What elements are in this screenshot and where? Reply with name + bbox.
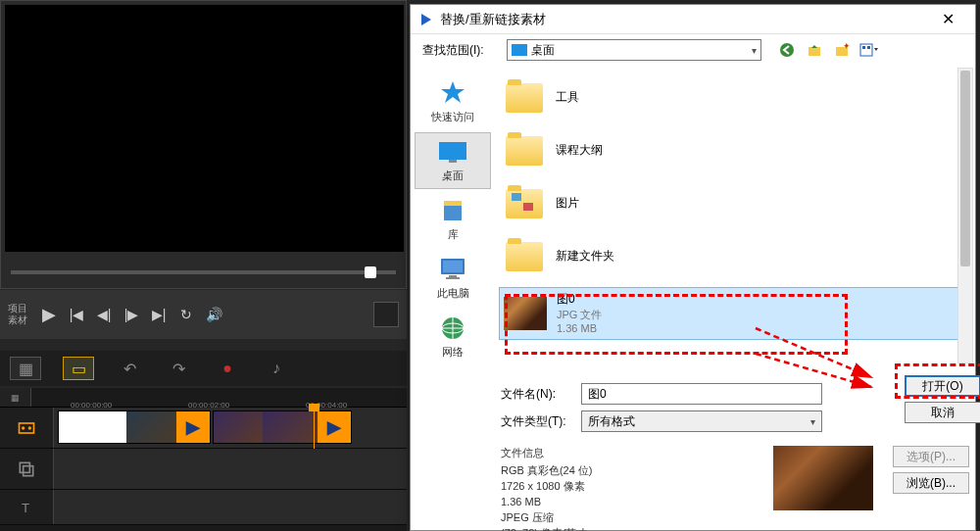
cancel-button[interactable]: 取消 (905, 402, 980, 423)
view-menu-icon[interactable] (859, 40, 879, 60)
file-item-folder[interactable]: 新建文件夹 (499, 230, 965, 283)
svg-text:T: T (22, 501, 29, 515)
file-dialog: 替换/重新链接素材 ✕ 查找范围(I): 桌面 ▾ ✦ 快速访问 桌面 (410, 4, 976, 531)
info-line: JPEG 压缩 (501, 510, 594, 526)
open-button[interactable]: 打开(O) (905, 375, 980, 397)
prev-frame-button[interactable]: ◀| (92, 303, 116, 326)
timeline-clip[interactable]: ▶ (58, 410, 211, 444)
sidebar-quickaccess[interactable]: 快速访问 (415, 73, 491, 130)
file-item-folder[interactable]: 图片 (499, 177, 965, 230)
up-folder-icon[interactable] (805, 40, 824, 60)
info-line: RGB 真彩色(24 位) (501, 463, 594, 479)
app-icon (418, 12, 434, 27)
record-icon[interactable]: ● (214, 355, 241, 382)
svg-rect-20 (443, 261, 463, 272)
info-title: 文件信息 (501, 446, 594, 461)
file-item-folder[interactable]: 课程大纲 (499, 124, 965, 177)
play-button[interactable]: ▶ (37, 303, 61, 326)
svg-point-7 (780, 43, 794, 57)
clip-transition-icon: ▶ (318, 411, 351, 443)
svg-marker-6 (421, 14, 431, 25)
svg-rect-11 (860, 44, 872, 56)
places-sidebar: 快速访问 桌面 库 此电脑 网络 (411, 66, 495, 379)
close-button[interactable]: ✕ (928, 6, 967, 33)
playback-controls: 项目 素材 ▶ |◀ ◀| |▶ ▶| ↻ 🔊 (0, 290, 407, 339)
sidebar-desktop[interactable]: 桌面 (415, 132, 491, 189)
lookin-value: 桌面 (531, 42, 555, 59)
browse-button[interactable]: 浏览(B)... (893, 472, 969, 494)
sidebar-network[interactable]: 网络 (415, 309, 491, 365)
video-track: ▶ ▶ (0, 408, 407, 449)
video-track-icon[interactable] (0, 408, 54, 448)
sidebar-label: 桌面 (442, 169, 464, 183)
sidebar-label: 此电脑 (437, 286, 469, 301)
clip-transition-icon: ▶ (176, 411, 210, 443)
timeline-ruler[interactable]: ▦ 00:00:00:00 00:00:02:00 00:00:04:00 (0, 388, 407, 408)
project-label: 项目 (8, 303, 27, 314)
title-track: T (0, 490, 407, 525)
folder-icon (506, 83, 543, 113)
info-line: 1726 x 1080 像素 (501, 479, 594, 495)
lookin-row: 查找范围(I): 桌面 ▾ ✦ (411, 34, 975, 66)
sidebar-label: 库 (448, 227, 459, 242)
svg-rect-8 (808, 47, 820, 56)
svg-marker-14 (441, 81, 465, 103)
file-type: JPG 文件 (557, 308, 602, 321)
audio-icon[interactable]: ♪ (263, 355, 290, 382)
svg-rect-13 (867, 46, 870, 49)
svg-rect-4 (24, 465, 33, 475)
preview-panel (0, 0, 407, 289)
svg-rect-3 (20, 462, 29, 472)
svg-rect-22 (446, 277, 460, 279)
file-name: 图片 (556, 196, 579, 212)
scrollbar[interactable] (957, 68, 973, 363)
file-list[interactable]: 工具 课程大纲 图片 新建文件夹 图0 JPG 文件 1.36 MB (495, 66, 975, 379)
info-line: 1.36 MB (501, 495, 594, 510)
timecode-display (373, 302, 399, 327)
filetype-dropdown[interactable]: 所有格式 (581, 410, 822, 432)
folder-icon (506, 136, 543, 166)
desktop-icon (512, 44, 527, 56)
timeline-toolbar: ▦ ▭ ↶ ↷ ● ♪ (0, 351, 407, 386)
lookin-dropdown[interactable]: 桌面 ▾ (507, 39, 761, 61)
svg-rect-15 (439, 142, 466, 160)
svg-rect-25 (512, 193, 521, 201)
dialog-titlebar: 替换/重新链接素材 ✕ (411, 5, 975, 34)
file-item-folder[interactable]: 工具 (499, 72, 965, 124)
title-track-icon[interactable]: T (0, 490, 54, 524)
options-button[interactable]: 选项(P)... (893, 446, 969, 467)
svg-point-2 (28, 426, 31, 429)
sidebar-libraries[interactable]: 库 (415, 191, 491, 248)
file-name: 图0 (557, 292, 602, 308)
timeline-mode-icon[interactable]: ▭ (63, 357, 94, 380)
overlay-track (0, 449, 407, 490)
go-end-button[interactable]: ▶| (147, 303, 171, 326)
volume-button[interactable]: 🔊 (202, 303, 225, 326)
preview-scrubber[interactable] (11, 270, 396, 274)
svg-rect-12 (862, 46, 865, 49)
ruler-head-icon: ▦ (0, 388, 31, 407)
loop-button[interactable]: ↻ (174, 303, 198, 326)
dialog-title: 替换/重新链接素材 (440, 11, 928, 28)
back-icon[interactable] (777, 40, 797, 60)
sidebar-thispc[interactable]: 此电脑 (415, 250, 491, 307)
timeline-clip[interactable]: ▶ (213, 410, 352, 444)
sidebar-label: 快速访问 (431, 110, 474, 124)
svg-text:✦: ✦ (843, 42, 850, 51)
overlay-track-icon[interactable] (0, 449, 54, 489)
file-item-image[interactable]: 图0 JPG 文件 1.36 MB (499, 287, 965, 340)
scrollbar-thumb[interactable] (960, 71, 970, 266)
storyboard-mode-icon[interactable]: ▦ (10, 357, 41, 380)
new-folder-icon[interactable]: ✦ (832, 40, 852, 60)
sidebar-label: 网络 (442, 345, 464, 360)
undo-icon[interactable]: ↶ (116, 355, 143, 382)
svg-rect-0 (20, 423, 34, 433)
filename-input[interactable] (581, 383, 822, 405)
go-start-button[interactable]: |◀ (65, 303, 88, 326)
clip-thumb (263, 411, 318, 443)
svg-rect-26 (523, 203, 533, 211)
clip-thumb (214, 411, 263, 443)
filetype-label: 文件类型(T): (501, 413, 573, 430)
redo-icon[interactable]: ↷ (165, 355, 192, 382)
next-frame-button[interactable]: |▶ (120, 303, 143, 326)
